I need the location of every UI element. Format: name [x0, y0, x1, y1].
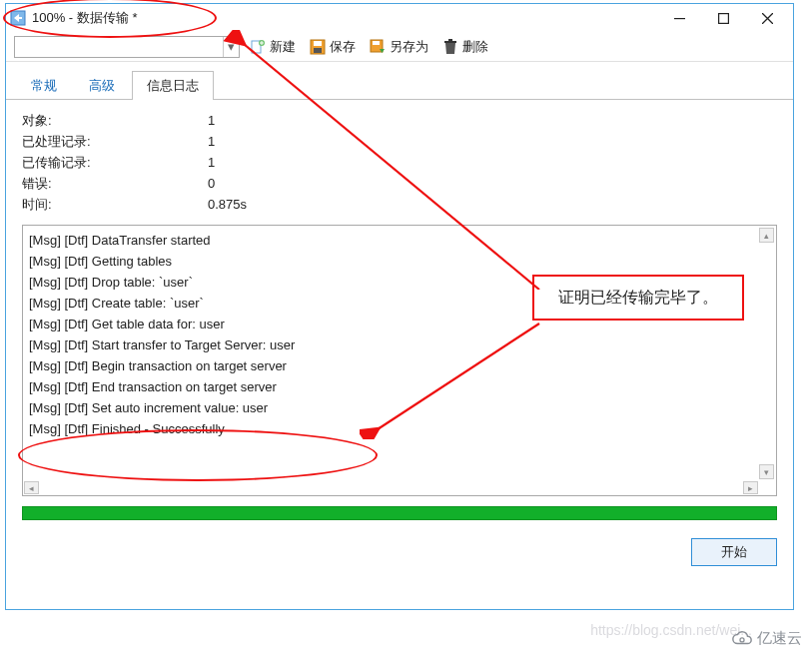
log-line: [Msg] [Dtf] Set auto increment value: us… — [29, 397, 772, 418]
saveas-label: 另存为 — [390, 38, 428, 56]
toolbar: ▾ 新建 保存 另存为 删除 — [6, 32, 793, 62]
saveas-icon — [370, 39, 386, 55]
stat-processed: 已处理记录: 1 — [22, 131, 777, 152]
stat-value: 0 — [208, 173, 215, 194]
log-line: [Msg] [Dtf] Getting tables — [29, 251, 772, 272]
watermark-text: https://blog.csdn.net/wei... — [590, 622, 752, 638]
stat-label: 已处理记录: — [22, 131, 208, 152]
app-icon — [10, 10, 26, 26]
stat-value: 0.875s — [208, 194, 247, 215]
tab-log[interactable]: 信息日志 — [132, 71, 214, 100]
svg-rect-11 — [448, 39, 452, 41]
stat-value: 1 — [208, 131, 215, 152]
delete-button[interactable]: 删除 — [438, 36, 492, 58]
scroll-up-icon[interactable]: ▴ — [759, 228, 774, 243]
saveas-button[interactable]: 另存为 — [366, 36, 432, 58]
svg-point-12 — [740, 637, 744, 641]
titlebar: 100% - 数据传输 * — [6, 4, 793, 32]
log-line: [Msg] [Dtf] Begin transaction on target … — [29, 355, 772, 376]
stat-label: 时间: — [22, 194, 208, 215]
scroll-right-icon[interactable]: ▸ — [743, 481, 758, 494]
brand-logo: 亿速云 — [731, 629, 802, 648]
tab-general[interactable]: 常规 — [16, 71, 72, 100]
svg-rect-9 — [373, 41, 380, 45]
log-line: [Msg] [Dtf] End transaction on target se… — [29, 376, 772, 397]
save-button[interactable]: 保存 — [306, 36, 360, 58]
stat-value: 1 — [208, 152, 215, 173]
new-button[interactable]: 新建 — [246, 36, 300, 58]
svg-rect-7 — [314, 48, 322, 53]
stat-objects: 对象: 1 — [22, 110, 777, 131]
tab-strip: 常规 高级 信息日志 — [6, 70, 793, 100]
close-button[interactable] — [745, 4, 789, 32]
stat-time: 时间: 0.875s — [22, 194, 777, 215]
stat-transferred: 已传输记录: 1 — [22, 152, 777, 173]
dialog-footer: 开始 — [6, 528, 793, 576]
minimize-button[interactable] — [657, 4, 701, 32]
tab-advanced[interactable]: 高级 — [74, 71, 130, 100]
scroll-left-icon[interactable]: ◂ — [24, 481, 39, 494]
new-icon — [250, 39, 266, 55]
delete-label: 删除 — [462, 38, 488, 56]
new-label: 新建 — [270, 38, 296, 56]
stat-label: 已传输记录: — [22, 152, 208, 173]
save-label: 保存 — [330, 38, 356, 56]
log-line: [Msg] [Dtf] Start transfer to Target Ser… — [29, 334, 772, 355]
stat-label: 错误: — [22, 173, 208, 194]
log-textbox[interactable]: [Msg] [Dtf] DataTransfer started[Msg] [D… — [22, 225, 777, 496]
brand-name: 亿速云 — [757, 629, 802, 648]
stat-label: 对象: — [22, 110, 208, 131]
window-buttons — [657, 4, 789, 32]
svg-rect-1 — [674, 18, 685, 19]
save-icon — [310, 39, 326, 55]
progress-bar — [22, 506, 777, 520]
stat-value: 1 — [208, 110, 215, 131]
chevron-down-icon: ▾ — [223, 37, 239, 57]
stat-errors: 错误: 0 — [22, 173, 777, 194]
log-line: [Msg] [Dtf] DataTransfer started — [29, 230, 772, 251]
svg-rect-2 — [718, 13, 728, 23]
maximize-button[interactable] — [701, 4, 745, 32]
scroll-down-icon[interactable]: ▾ — [759, 464, 774, 479]
start-button[interactable]: 开始 — [691, 538, 777, 566]
window-title: 100% - 数据传输 * — [32, 9, 657, 27]
profile-combo[interactable]: ▾ — [14, 36, 240, 58]
svg-rect-6 — [314, 41, 322, 46]
svg-rect-10 — [444, 41, 456, 43]
annotation-note: 证明已经传输完毕了。 — [532, 275, 744, 321]
trash-icon — [442, 39, 458, 55]
log-line: [Msg] [Dtf] Finished - Successfully — [29, 418, 772, 439]
